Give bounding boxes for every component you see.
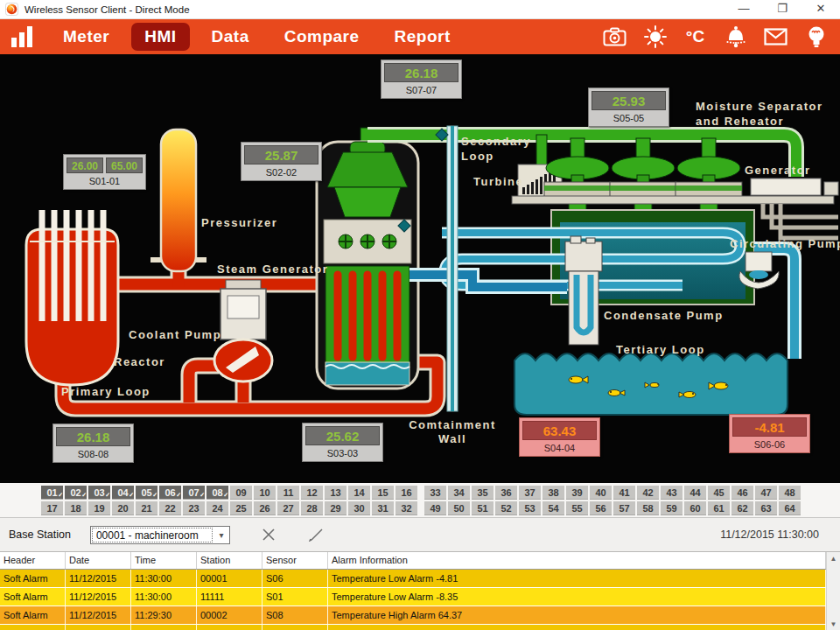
- station-cell-25[interactable]: 25: [230, 501, 252, 515]
- station-cell-60[interactable]: 60: [684, 501, 706, 515]
- station-cell-45[interactable]: 45: [708, 486, 730, 500]
- station-cell-33[interactable]: 33: [424, 486, 446, 500]
- table-row[interactable]: Soft Alarm11/12/201511:30:0011111S01Temp…: [0, 588, 826, 606]
- scroll-up-icon[interactable]: ▲: [830, 552, 837, 565]
- clear-button[interactable]: [260, 526, 277, 543]
- station-cell-55[interactable]: 55: [566, 501, 588, 515]
- station-cell-13[interactable]: 13: [325, 486, 346, 500]
- station-cell-09[interactable]: 09: [230, 486, 252, 500]
- station-cell-59[interactable]: 59: [661, 501, 682, 515]
- station-cell-63[interactable]: 63: [755, 501, 777, 515]
- station-cell-47[interactable]: 47: [755, 486, 777, 500]
- station-cell-61[interactable]: 61: [708, 501, 730, 515]
- station-cell-23[interactable]: 23: [183, 501, 205, 515]
- menu-item-meter[interactable]: Meter: [50, 23, 122, 51]
- vertical-scrollbar[interactable]: ▲ ▼: [826, 552, 840, 630]
- sensor-box-s06-alarm[interactable]: -4.81 S06-06: [729, 414, 810, 453]
- station-cell-57[interactable]: 57: [613, 501, 635, 515]
- station-cell-02[interactable]: 02✓: [65, 486, 87, 500]
- brightness-icon[interactable]: [643, 25, 667, 49]
- alarm-bell-icon[interactable]: [724, 25, 747, 49]
- station-cell-40[interactable]: 40: [590, 486, 612, 500]
- station-cell-29[interactable]: 29: [325, 501, 346, 515]
- station-cell-54[interactable]: 54: [542, 501, 564, 515]
- station-cell-52[interactable]: 52: [495, 501, 517, 515]
- station-cell-62[interactable]: 62: [732, 501, 753, 515]
- svg-text:Generator: Generator: [745, 164, 811, 177]
- station-cell-39[interactable]: 39: [566, 486, 588, 500]
- sensor-box-s02[interactable]: 25.87 S02-02: [241, 142, 322, 181]
- station-cell-30[interactable]: 30: [348, 501, 370, 515]
- station-cell-22[interactable]: 22: [159, 501, 181, 515]
- mail-icon[interactable]: [764, 25, 788, 49]
- station-cell-43[interactable]: 43: [661, 486, 682, 500]
- station-cell-49[interactable]: 49: [424, 501, 446, 515]
- station-cell-19[interactable]: 19: [88, 501, 110, 515]
- table-row[interactable]: [0, 625, 826, 630]
- station-cell-21[interactable]: 21: [136, 501, 158, 515]
- sensor-box-s08[interactable]: 26.18 S08-08: [52, 424, 134, 463]
- station-cell-64[interactable]: 64: [779, 501, 801, 515]
- station-cell-14[interactable]: 14: [348, 486, 370, 500]
- station-cell-34[interactable]: 34: [448, 486, 470, 500]
- maximize-button[interactable]: ❐: [763, 0, 802, 19]
- station-cell-06[interactable]: 06✓: [159, 486, 181, 500]
- station-cell-18[interactable]: 18: [65, 501, 87, 515]
- sensor-box-s07[interactable]: 26.18 S07-07: [381, 60, 462, 99]
- station-cell-53[interactable]: 53: [519, 501, 541, 515]
- cell-info: Temperature Low Alarm -8.35: [328, 588, 826, 606]
- station-cell-42[interactable]: 42: [637, 486, 659, 500]
- edit-pencil-icon[interactable]: [307, 526, 325, 543]
- station-cell-04[interactable]: 04✓: [112, 486, 134, 500]
- station-cell-01[interactable]: 01✓: [41, 486, 63, 500]
- menu-item-compare[interactable]: Compare: [271, 23, 373, 51]
- base-station-dropdown[interactable]: 00001 - machineroom ▾: [90, 526, 230, 544]
- bulb-icon[interactable]: [804, 25, 828, 49]
- station-cell-50[interactable]: 50: [448, 501, 470, 515]
- station-cell-15[interactable]: 15: [372, 486, 394, 500]
- table-row[interactable]: Soft Alarm11/12/201511:29:3000002S08Temp…: [0, 606, 826, 625]
- menu-item-data[interactable]: Data: [199, 23, 262, 51]
- station-cell-12[interactable]: 12: [301, 486, 323, 500]
- station-cell-03[interactable]: 03✓: [88, 486, 110, 500]
- station-cell-26[interactable]: 26: [254, 501, 276, 515]
- celsius-icon[interactable]: °C: [683, 25, 707, 49]
- station-cell-32[interactable]: 32: [396, 501, 417, 515]
- close-button[interactable]: ✕: [802, 0, 840, 19]
- station-cell-27[interactable]: 27: [277, 501, 299, 515]
- station-cell-10[interactable]: 10: [254, 486, 276, 500]
- menu-item-report[interactable]: Report: [382, 23, 464, 51]
- station-cell-28[interactable]: 28: [301, 501, 323, 515]
- station-cell-36[interactable]: 36: [495, 486, 517, 500]
- station-cell-08[interactable]: 08✓: [206, 486, 228, 500]
- sensor-station-label: S07-07: [384, 82, 458, 98]
- station-cell-48[interactable]: 48: [779, 486, 801, 500]
- station-cell-37[interactable]: 37: [519, 486, 541, 500]
- table-row[interactable]: Soft Alarm11/12/201511:30:0000001S06Temp…: [0, 570, 826, 588]
- station-cell-38[interactable]: 38: [542, 486, 564, 500]
- sensor-box-s03[interactable]: 25.62 S03-03: [302, 423, 383, 462]
- station-cell-20[interactable]: 20: [112, 501, 134, 515]
- bar-chart-icon[interactable]: [11, 26, 32, 47]
- station-cell-17[interactable]: 17: [41, 501, 63, 515]
- station-cell-31[interactable]: 31: [372, 501, 394, 515]
- minimize-button[interactable]: —: [724, 0, 763, 19]
- station-cell-16[interactable]: 16: [396, 486, 417, 500]
- sensor-box-s05[interactable]: 25.93 S05-05: [588, 88, 669, 127]
- station-cell-07[interactable]: 07✓: [183, 486, 205, 500]
- camera-icon[interactable]: [603, 25, 626, 49]
- station-cell-51[interactable]: 51: [472, 501, 494, 515]
- scroll-down-icon[interactable]: ▼: [830, 618, 837, 630]
- station-cell-24[interactable]: 24: [206, 501, 228, 515]
- sensor-box-s01[interactable]: 26.00 65.00 S01-01: [63, 154, 146, 190]
- station-cell-46[interactable]: 46: [732, 486, 753, 500]
- station-cell-41[interactable]: 41: [613, 486, 635, 500]
- station-cell-44[interactable]: 44: [684, 486, 706, 500]
- station-cell-35[interactable]: 35: [472, 486, 494, 500]
- station-cell-11[interactable]: 11: [277, 486, 299, 500]
- station-cell-05[interactable]: 05✓: [136, 486, 158, 500]
- menu-item-hmi[interactable]: HMI: [131, 23, 189, 51]
- station-cell-58[interactable]: 58: [637, 501, 659, 515]
- sensor-box-s04-alarm[interactable]: 63.43 S04-04: [519, 417, 600, 457]
- station-cell-56[interactable]: 56: [590, 501, 612, 515]
